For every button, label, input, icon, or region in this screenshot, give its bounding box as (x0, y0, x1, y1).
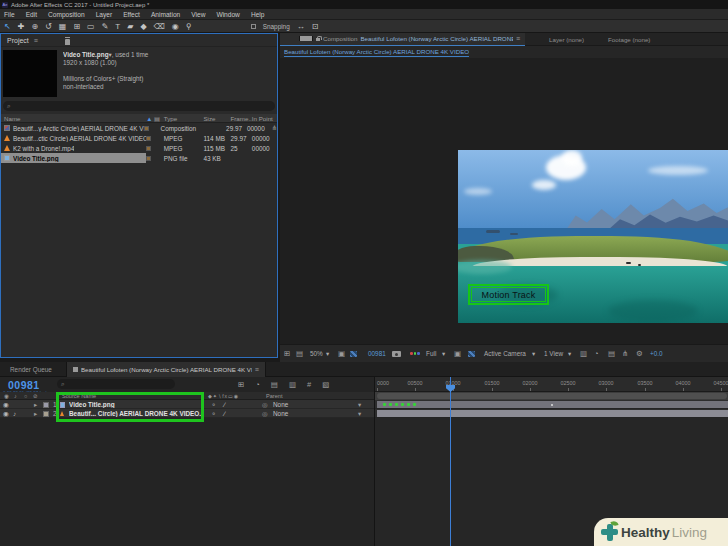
timeline-button-icon[interactable]: ▤ (608, 349, 615, 358)
snapping-checkbox[interactable] (251, 24, 256, 29)
tab-composition[interactable]: Composition Beautiful Lofoten (Norway Ar… (280, 33, 525, 46)
menu-composition[interactable]: Composition (48, 11, 85, 18)
region-of-interest-icon[interactable]: ▣ (454, 349, 461, 358)
column-framerate[interactable]: Frame.. (231, 115, 252, 122)
pan-behind-tool-icon[interactable]: ⊞ (73, 20, 80, 33)
table-row[interactable]: K2 with a Drone!.mp4 MPEG 115 MB 25 0000… (1, 143, 277, 153)
work-area-bar[interactable] (375, 392, 728, 400)
shy-layers-icon[interactable]: ▤ (271, 380, 278, 389)
shy-toggle-icon[interactable]: ⚬ (211, 401, 216, 409)
lock-icon[interactable] (316, 38, 320, 41)
shy-toggle-icon[interactable]: ⚬ (211, 410, 216, 418)
keyframe-icon[interactable] (383, 403, 386, 406)
brush-tool-icon[interactable]: ▰ (127, 20, 133, 33)
layer-row[interactable]: ◉ ▸ 1 Video Title.png ⚬ ∕ ◎ None ▾ (0, 400, 374, 409)
playhead-line[interactable] (450, 377, 451, 546)
table-row[interactable]: Beautif...y Arctic Circle) AERIAL DRONE … (1, 123, 277, 133)
puppet-pin-tool-icon[interactable]: ⚲ (186, 20, 192, 33)
type-tool-icon[interactable]: T (115, 20, 120, 33)
project-search-input[interactable]: ⌕ (3, 101, 275, 111)
work-area-handle[interactable] (377, 393, 727, 399)
menu-file[interactable]: File (4, 11, 15, 18)
layer-name[interactable]: Video Title.png (69, 401, 201, 408)
column-type[interactable]: Type (164, 115, 204, 122)
fast-previews-icon[interactable]: ◔ (594, 349, 599, 358)
table-row-selected[interactable]: Video Title.png PNG file 43 KB (1, 153, 277, 163)
resolution-select[interactable]: Full (426, 350, 436, 357)
flowchart-button-icon[interactable]: ⋔ (622, 349, 628, 358)
layer-label-chip[interactable] (43, 402, 49, 408)
column-parent[interactable]: Parent (266, 393, 282, 399)
composition-mini-flowchart-icon[interactable]: ⊞ (238, 380, 244, 389)
menu-edit[interactable]: Edit (26, 11, 37, 18)
panel-menu-icon[interactable]: ≡ (516, 35, 520, 42)
lock-column-icon[interactable]: ⊘ (33, 393, 38, 399)
composition-viewport[interactable]: Motion Track (280, 58, 728, 344)
delete-icon[interactable] (65, 39, 70, 45)
panel-menu-icon[interactable]: ≡ (255, 366, 259, 373)
chevron-down-icon[interactable]: ▾ (442, 350, 445, 358)
exposure-gear-icon[interactable]: ⚙ (636, 349, 643, 358)
menu-layer[interactable]: Layer (96, 11, 113, 18)
preview-timecode[interactable]: 00981 (368, 350, 386, 357)
keyframe-icon[interactable] (395, 403, 398, 406)
label-chip[interactable] (146, 156, 151, 161)
motion-track-text-layer[interactable]: Motion Track (471, 287, 546, 302)
snapshot-camera-icon[interactable] (392, 351, 401, 357)
eraser-tool-icon[interactable]: ⌫ (154, 20, 165, 33)
menu-animation[interactable]: Animation (151, 11, 180, 18)
chevron-down-icon[interactable]: ▾ (326, 350, 329, 358)
layer-marker[interactable] (551, 404, 553, 406)
layer-row[interactable]: ◉ ♪ ▸ 2 Beautif... Circle) AERIAL DRONE … (0, 409, 374, 418)
column-source-name[interactable]: Source Name (62, 393, 96, 399)
tab-timeline-composition[interactable]: Beautiful Lofoten (Norway Arctic Circle)… (66, 362, 266, 377)
shape-tool-icon[interactable]: ▭ (87, 20, 95, 33)
exposure-value[interactable]: +0.0 (650, 350, 663, 357)
clone-stamp-tool-icon[interactable]: ◆ (140, 20, 146, 33)
keyframe-icon[interactable] (401, 403, 404, 406)
magnification-select[interactable]: 50% (310, 350, 323, 357)
keyframe-icon[interactable] (413, 403, 416, 406)
camera-tool-icon[interactable]: ▦ (59, 20, 67, 33)
frame-blend-icon[interactable]: ▥ (289, 380, 296, 389)
rotation-tool-icon[interactable]: ↺ (45, 20, 52, 33)
eye-icon[interactable]: ◉ (3, 410, 9, 418)
solo-column-icon[interactable]: ○ (24, 393, 27, 399)
camera-select[interactable]: Active Camera (484, 350, 526, 357)
selection-tool-icon[interactable]: ↖ (4, 20, 11, 33)
time-ruler[interactable]: 0000 00500 01000 01500 02000 02500 03000… (375, 377, 728, 392)
flowchart-icon[interactable]: ⋔ (272, 124, 277, 132)
primary-viewer-icon[interactable]: ▤ (296, 349, 303, 358)
column-name[interactable]: Name (1, 115, 146, 122)
video-column-icon[interactable]: ◉ (4, 393, 9, 399)
keyframe-icon[interactable] (407, 403, 410, 406)
tab-layer[interactable]: Layer (none) (549, 36, 584, 43)
timeline-search-input[interactable]: ⌕ (57, 379, 175, 389)
layer-name[interactable]: Beautif... Circle) AERIAL DRONE 4K VIDEO… (69, 410, 201, 417)
parent-pickwhip-icon[interactable]: ◎ (262, 401, 268, 409)
panel-menu-icon[interactable]: ≡ (34, 37, 38, 44)
parent-select[interactable]: None (273, 401, 288, 408)
audio-column-icon[interactable]: ♪ (14, 393, 17, 399)
viewer-tab[interactable]: Beautiful Lofoten (Norway Arctic Circle)… (284, 46, 469, 57)
audio-icon[interactable]: ♪ (13, 410, 16, 417)
grid-guides-icon[interactable]: ▣ (338, 349, 345, 358)
pen-tool-icon[interactable]: ✎ (102, 20, 109, 33)
menu-view[interactable]: View (191, 11, 205, 18)
zoom-tool-icon[interactable]: ⊕ (31, 20, 38, 33)
expander-icon[interactable]: ▸ (34, 410, 37, 418)
mask-visibility-icon[interactable] (350, 351, 357, 357)
channel-icon[interactable] (410, 352, 420, 355)
table-row[interactable]: Beautif...ctic Circle) AERIAL DRONE 4K V… (1, 133, 277, 143)
chevron-down-icon[interactable]: ▾ (532, 350, 535, 358)
tab-render-queue[interactable]: Render Queue (10, 366, 52, 373)
label-chip[interactable] (144, 126, 149, 131)
layer-duration-bar[interactable] (377, 410, 728, 417)
quality-toggle-icon[interactable]: ∕ (224, 410, 225, 417)
snap-arrows-icon[interactable]: ↔ (297, 20, 305, 33)
project-panel-tab[interactable]: Project ≡ (1, 34, 277, 47)
menu-help[interactable]: Help (251, 11, 265, 18)
motion-blur-icon[interactable]: # (307, 380, 311, 389)
graph-editor-icon[interactable]: ▧ (322, 380, 329, 389)
tab-footage[interactable]: Footage (none) (608, 36, 650, 43)
